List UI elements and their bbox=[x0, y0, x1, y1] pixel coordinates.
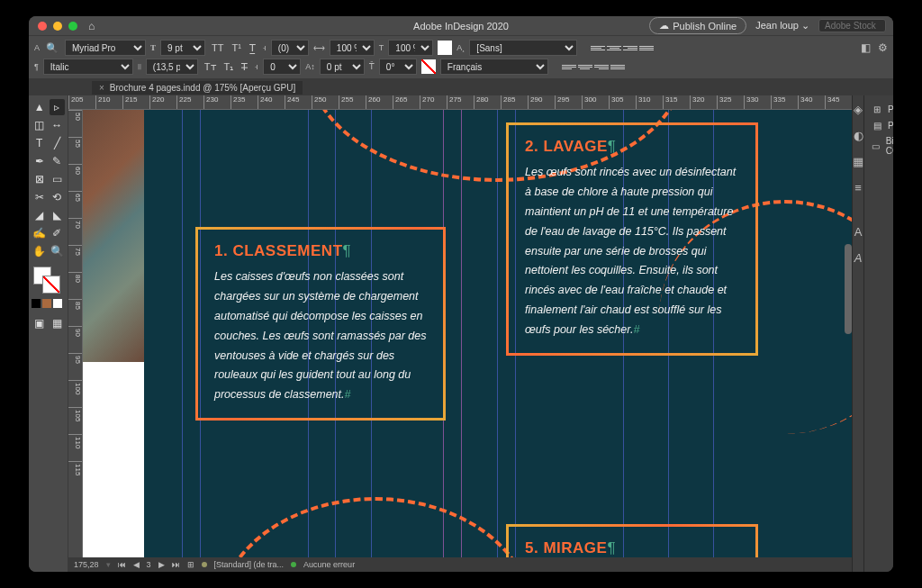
textframe-mirage[interactable]: 5. MIRAGE¶ bbox=[506, 524, 758, 557]
vertical-ruler[interactable]: 50556065707580859095100105110115 bbox=[68, 110, 83, 557]
font-style-select[interactable]: Italic bbox=[43, 59, 133, 75]
hscale-select[interactable]: 100 % bbox=[330, 40, 375, 56]
search-font-icon[interactable]: 🔍 bbox=[44, 42, 60, 54]
justify-right-button[interactable] bbox=[594, 60, 609, 73]
gradient-feather-tool[interactable]: ◣ bbox=[50, 207, 66, 223]
all-caps-icon[interactable]: TT bbox=[210, 42, 225, 53]
pages-icon: ▤ bbox=[872, 120, 882, 131]
justify-left-button[interactable] bbox=[562, 60, 576, 73]
zoom-tool[interactable]: 🔍 bbox=[50, 243, 66, 259]
align-left-button[interactable] bbox=[591, 41, 605, 54]
leading-select[interactable]: (13,5 pt) bbox=[146, 59, 198, 75]
free-transform-tool[interactable]: ⟲ bbox=[50, 189, 66, 205]
line-tool[interactable]: ╱ bbox=[50, 135, 66, 151]
minimize-window-button[interactable] bbox=[53, 22, 62, 31]
horizontal-ruler[interactable]: 2052102152202252302352402452502552602652… bbox=[68, 95, 852, 110]
type-tool[interactable]: T bbox=[32, 135, 48, 151]
skew-select[interactable]: 0° bbox=[379, 59, 417, 75]
page-nav-prev[interactable]: ◀ bbox=[133, 560, 140, 569]
panel-para-icon[interactable]: A bbox=[854, 251, 863, 265]
justify-button[interactable] bbox=[639, 41, 654, 54]
page-nav-first[interactable]: ⏮ bbox=[118, 560, 126, 569]
panel-color-icon[interactable]: ◐ bbox=[854, 129, 863, 142]
scissors-tool[interactable]: ✂ bbox=[32, 189, 48, 205]
page-tool[interactable]: ◫ bbox=[32, 117, 48, 133]
box2-title: 2. LAVAGE bbox=[525, 138, 608, 155]
fill-swatch[interactable] bbox=[438, 41, 452, 55]
box1-body: Les caisses d'œufs non classées sont cha… bbox=[214, 270, 427, 401]
panel-stroke-icon[interactable]: ≡ bbox=[854, 181, 862, 194]
strikethrough-icon[interactable]: T̶ bbox=[240, 61, 249, 73]
panel-properties[interactable]: ⊞Propriétés bbox=[870, 101, 893, 117]
preflight-errors[interactable]: Aucune erreur bbox=[303, 560, 355, 569]
page-number[interactable]: 3 bbox=[147, 560, 151, 569]
page-nav-next[interactable]: ▶ bbox=[158, 560, 165, 569]
rectangle-frame-tool[interactable]: ⊠ bbox=[32, 171, 48, 187]
pen-tool[interactable]: ✒ bbox=[32, 153, 48, 169]
close-tab-icon[interactable]: × bbox=[99, 83, 104, 93]
direct-selection-tool[interactable]: ▹ bbox=[50, 99, 66, 115]
language-select[interactable]: Français bbox=[440, 59, 548, 75]
page-image bbox=[83, 110, 144, 362]
hand-tool[interactable]: ✋ bbox=[32, 243, 48, 259]
align-right-button[interactable] bbox=[623, 41, 637, 54]
publish-online-button[interactable]: ☁ Publish Online bbox=[649, 17, 746, 34]
font-family-select[interactable]: Myriad Pro bbox=[65, 40, 146, 56]
apply-color-swatch[interactable] bbox=[32, 299, 41, 308]
superscript-icon[interactable]: T¹ bbox=[230, 42, 242, 53]
baseline-select[interactable]: 0 pt bbox=[320, 59, 365, 75]
home-icon[interactable]: ⌂ bbox=[88, 20, 95, 32]
view-options-icon[interactable]: ◧ bbox=[861, 41, 871, 54]
eyedropper-tool[interactable]: ✐ bbox=[50, 225, 66, 241]
panel-pages[interactable]: ▤Pages bbox=[870, 117, 893, 133]
stroke-color[interactable] bbox=[42, 276, 60, 294]
page-nav-last[interactable]: ⏭ bbox=[172, 560, 180, 569]
paragraph-style-select[interactable]: [Sans] bbox=[469, 40, 577, 56]
rectangle-tool[interactable]: ▭ bbox=[50, 171, 66, 187]
document-tab[interactable]: × Brochure 4 pages.indd @ 175% [Aperçu G… bbox=[92, 81, 303, 95]
zoom-level[interactable]: 175,28 bbox=[74, 560, 99, 569]
tracking-select[interactable]: 0 bbox=[263, 59, 301, 75]
vertical-scrollbar[interactable] bbox=[845, 244, 852, 334]
box3-title: 5. MIRAGE bbox=[525, 539, 607, 556]
textframe-lavage[interactable]: 2. LAVAGE¶ Les œufs sont rincés avec un … bbox=[506, 122, 758, 356]
color-control[interactable] bbox=[32, 267, 65, 294]
canvas[interactable]: 50556065707580859095100105110115 bbox=[68, 110, 852, 557]
panel-layers-icon[interactable]: ◈ bbox=[854, 103, 863, 116]
align-center-button[interactable] bbox=[607, 41, 621, 54]
panel-cc-libraries[interactable]: ▭Bibliothèques CC bbox=[870, 133, 893, 158]
pencil-tool[interactable]: ✎ bbox=[50, 153, 66, 169]
settings-icon[interactable]: ⚙ bbox=[878, 41, 888, 54]
align-group bbox=[591, 41, 654, 54]
right-panel: ⊞Propriétés ▤Pages ▭Bibliothèques CC bbox=[863, 95, 893, 572]
panel-swatches-icon[interactable]: ▦ bbox=[853, 155, 863, 168]
small-caps-icon[interactable]: Tᴛ bbox=[203, 61, 218, 73]
preview-mode[interactable]: ▦ bbox=[50, 315, 66, 331]
structure-icon[interactable]: ⊞ bbox=[187, 560, 194, 569]
subscript-icon[interactable]: T₁ bbox=[222, 61, 236, 73]
preflight-profile[interactable]: [Standard] (de tra... bbox=[214, 560, 285, 569]
kerning-select[interactable]: (0) bbox=[271, 40, 309, 56]
paragraph-icon[interactable]: ¶ bbox=[34, 62, 39, 71]
font-size-select[interactable]: 9 pt bbox=[160, 40, 205, 56]
note-tool[interactable]: ✍ bbox=[32, 225, 48, 241]
document-tabs: × Brochure 4 pages.indd @ 175% [Aperçu G… bbox=[29, 79, 893, 95]
adobe-stock-search[interactable] bbox=[818, 19, 886, 32]
close-window-button[interactable] bbox=[38, 22, 47, 31]
panel-char-icon[interactable]: A bbox=[854, 225, 863, 239]
gap-tool[interactable]: ↔ bbox=[50, 117, 66, 133]
maximize-window-button[interactable] bbox=[68, 22, 77, 31]
user-menu[interactable]: Jean loup ⌄ bbox=[755, 20, 809, 32]
justify-center-button[interactable] bbox=[578, 60, 592, 73]
normal-view-mode[interactable]: ▣ bbox=[32, 315, 48, 331]
stroke-swatch[interactable] bbox=[421, 59, 436, 74]
selection-tool[interactable]: ▲ bbox=[32, 99, 48, 115]
justify-full-button[interactable] bbox=[610, 60, 625, 73]
apply-gradient-swatch[interactable] bbox=[42, 299, 51, 308]
underline-icon[interactable]: T̲ bbox=[248, 42, 258, 54]
textframe-classement[interactable]: 1. CLASSEMENT¶ Les caisses d'œufs non cl… bbox=[195, 227, 446, 421]
apply-none-swatch[interactable] bbox=[53, 299, 62, 308]
vscale-select[interactable]: 100 % bbox=[388, 40, 433, 56]
character-icon[interactable]: A bbox=[34, 43, 40, 52]
gradient-swatch-tool[interactable]: ◢ bbox=[32, 207, 48, 223]
